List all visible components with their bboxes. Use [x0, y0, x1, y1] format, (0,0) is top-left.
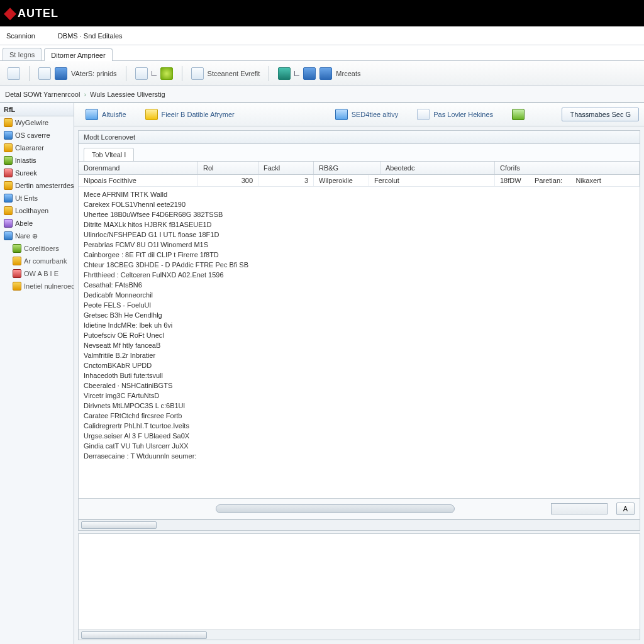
action-altuisfie[interactable]: Altuisfie: [79, 107, 133, 122]
sidebar-item[interactable]: WyGelwire: [0, 116, 74, 129]
scroll-thumb[interactable]: [81, 521, 157, 529]
actionbar: Altuisfie Fieeir B Datible Afrymer SED4t…: [74, 103, 644, 126]
sidebar-item-label: OW A B I E: [24, 270, 58, 277]
sidebar-icon: [4, 131, 13, 140]
tool-icon-5[interactable]: [160, 67, 173, 80]
panel-statusbar: A: [79, 498, 640, 519]
action-pas[interactable]: Pas Lovler Hekines: [411, 107, 499, 122]
main-pane: Altuisfie Fieeir B Datible Afrymer SED4t…: [74, 103, 644, 644]
sidebar-item-label: Corelitioers: [24, 245, 59, 252]
action-icon: [86, 109, 98, 120]
sidebar-item-label: Abele: [15, 219, 33, 227]
tool-icon-3[interactable]: [55, 67, 67, 80]
sidebar-item[interactable]: OW A B I E: [0, 267, 74, 280]
tool-icon-4[interactable]: [135, 67, 148, 80]
log-line: Cainborgee : 8E FtT dil CLIP t Firerre 1…: [84, 250, 635, 260]
sidebar-header: RfL: [0, 103, 74, 116]
sidebar-item[interactable]: Ar comurbank: [0, 255, 74, 267]
action-icon: [512, 109, 525, 120]
sidebar-item[interactable]: Nare ⊕: [0, 230, 74, 242]
brand-logo: ◆ AUTEL: [4, 4, 58, 23]
col-cforifs[interactable]: Cforifs: [495, 162, 640, 174]
log-line: Carekex FOLS1Vhennl eete2190: [84, 199, 635, 209]
status-input[interactable]: [551, 503, 608, 514]
log-line: Cesathal: FAtsBN6: [84, 280, 635, 290]
toolbar-sep: [29, 66, 30, 81]
sidebar-item[interactable]: lniastis: [0, 154, 74, 167]
grid-header: Dorenmand Rol Fackl RB&G Abeotedc Cforif…: [79, 162, 640, 175]
sidebar-item[interactable]: OS caverre: [0, 129, 74, 142]
col-abeotedc[interactable]: Abeotedc: [380, 162, 495, 174]
grid-row[interactable]: Nlpoais Focithive 300 3 Wilperoklie Ferc…: [79, 175, 640, 187]
log-line: Mece AFRNIM TRTK Walld: [84, 189, 635, 199]
sidebar-item-label: OS caverre: [15, 131, 50, 139]
sidebar-item-label: WyGelwire: [15, 119, 48, 126]
scroll-thumb[interactable]: [81, 631, 207, 639]
log-line: Caratee FRtCtchd fircsree Fortb: [84, 411, 635, 421]
log-line: Peote FELS - FoeluUl: [84, 300, 635, 310]
tool-icon-6[interactable]: [191, 67, 204, 80]
action-label: Fieeir B Datible Afrymer: [162, 111, 235, 118]
menu-scan[interactable]: Scannion: [3, 30, 39, 42]
tab-st[interactable]: St Iegns: [3, 48, 42, 60]
tool-icon-7[interactable]: [278, 67, 291, 80]
tool-icon-1[interactable]: [8, 67, 20, 80]
brand-text: AUTEL: [18, 7, 58, 20]
action-extra[interactable]: [506, 107, 531, 122]
tool-icon-8[interactable]: [303, 67, 316, 80]
tool-icon-2[interactable]: [38, 67, 51, 80]
log-line: Valmfritile B.2r Inbratier: [84, 350, 635, 360]
action-sed4tiee[interactable]: SED4tiee altivy: [329, 107, 405, 122]
sidebar-item[interactable]: Sureek: [0, 167, 74, 179]
sidebar-item-label: Claerarer: [15, 144, 44, 152]
col-rbsg[interactable]: RB&G: [314, 162, 380, 174]
action-icon: [335, 109, 348, 120]
sidebar-item-label: Inetiel nulneroeck: [24, 282, 74, 290]
sidebar-icon: [4, 169, 13, 177]
sidebar-item[interactable]: Ut Ents: [0, 192, 74, 204]
tool-label-vaters[interactable]: VAterS: prinids: [71, 70, 117, 77]
action-fieeir[interactable]: Fieeir B Datible Afrymer: [139, 107, 241, 122]
tab-ditorner[interactable]: Ditorner Amprieer: [44, 48, 112, 61]
breadcrumb-leaf[interactable]: Wuls Laessiee Uliverstig: [90, 91, 165, 98]
sidebar-item[interactable]: Dertin amesterrdes: [0, 179, 74, 192]
log-line: Perabrias FCMV 8U O1I Winomerd M1S: [84, 240, 635, 250]
sidebar-item[interactable]: Locithayen: [0, 204, 74, 217]
sidebar-icon: [13, 257, 21, 265]
tool-icon-9[interactable]: [319, 67, 332, 80]
log-line: Gindia catT VU Tuh Ulsrcerr JuXX: [84, 441, 635, 451]
log-line: Gretsec B3h He Cendlhlg: [84, 310, 635, 320]
lower-h-scrollbar[interactable]: [79, 630, 640, 640]
status-button[interactable]: A: [616, 502, 635, 515]
log-line: Chteur 18CBEG 3DHDE - D PAddic FTRE Pec …: [84, 260, 635, 270]
cell: 300: [198, 175, 258, 186]
menu-dbms[interactable]: DBMS · Snd Editales: [54, 30, 126, 42]
brand-mark-icon: ◆: [4, 3, 16, 23]
sidebar-icon: [13, 282, 21, 291]
col-dorenmand[interactable]: Dorenmand: [79, 162, 198, 174]
tool-label-stceanent[interactable]: Stceanent Evrefit: [208, 70, 260, 77]
log-line: Dedicabfr Monneorchil: [84, 290, 635, 300]
log-line: Ulinrloc/NFSHPEAD G1 I UTL floase 18F1D: [84, 230, 635, 240]
col-rol[interactable]: Rol: [198, 162, 258, 174]
sidebar-item[interactable]: Corelitioers: [0, 242, 74, 255]
subtab-tob[interactable]: Tob Vlteal I: [84, 148, 134, 161]
sidebar-icon: [4, 181, 13, 190]
tool-label-mrceats[interactable]: Mrceats: [336, 70, 360, 77]
chevron-right-icon: ›: [84, 91, 86, 98]
action-icon: [145, 109, 158, 120]
cell: 3: [258, 175, 314, 186]
sidebar-item[interactable]: Inetiel nulneroeck: [0, 280, 74, 292]
cell: Wilperoklie: [314, 175, 369, 186]
sidebar-item[interactable]: Claerarer: [0, 142, 74, 154]
action-button-thassmabes[interactable]: Thassmabes Sec G: [562, 108, 639, 121]
chevron-down-icon[interactable]: [152, 71, 157, 76]
h-scrollbar[interactable]: [78, 519, 640, 531]
col-fackl[interactable]: Fackl: [258, 162, 314, 174]
chevron-down-icon[interactable]: [294, 71, 299, 76]
log-line: Calidregrertr PhLhI.T tcurtoe.Iveits: [84, 421, 635, 431]
breadcrumb-root[interactable]: Detal SOWt Yarnenrcool: [5, 91, 80, 98]
sidebar-item[interactable]: Abele: [0, 217, 74, 230]
log-line: Uhertee 18B0uWfsee F4D6ER68G 382TSSB: [84, 209, 635, 219]
sidebar-icon: [4, 118, 13, 127]
